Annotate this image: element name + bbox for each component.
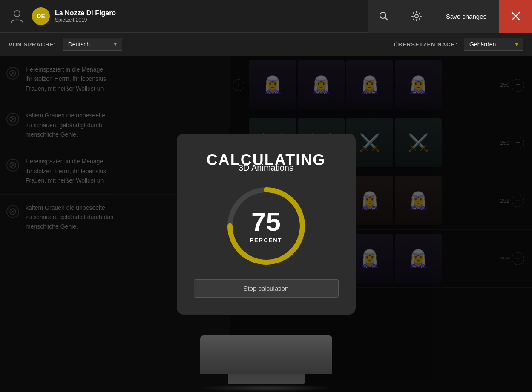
progress-ring: 75 PERCENT xyxy=(224,183,309,269)
search-button[interactable] xyxy=(368,0,400,33)
to-language-select[interactable]: Gebärden English xyxy=(464,38,523,51)
main-content: Hereinspaziert in die Menage ihr stolzen… xyxy=(0,56,532,392)
calculating-modal: CALCULATING 3D Animations 75 PERCENT Sto… xyxy=(177,134,356,314)
header-left: DE La Nozze Di Figaro Spielzeit 2019 xyxy=(0,7,368,25)
to-language-select-wrapper: Gebärden English ▼ xyxy=(464,38,523,51)
user-icon xyxy=(9,8,26,25)
svg-line-2 xyxy=(385,17,388,20)
project-subtitle: Spielzeit 2019 xyxy=(55,17,116,23)
svg-point-3 xyxy=(415,14,418,18)
progress-number: 75 xyxy=(250,209,282,235)
progress-text: 75 PERCENT xyxy=(250,209,282,243)
stop-calculation-button[interactable]: Stop calculation xyxy=(194,279,339,298)
save-button[interactable]: Save changes xyxy=(433,0,499,33)
settings-button[interactable] xyxy=(400,0,433,33)
from-language-select[interactable]: Deutsch English xyxy=(63,38,122,51)
from-language-label: VON SPRACHE: xyxy=(9,41,56,48)
avatar: DE xyxy=(32,7,50,25)
close-button[interactable] xyxy=(499,0,532,33)
header-title: La Nozze Di Figaro Spielzeit 2019 xyxy=(55,9,116,23)
app-header: DE La Nozze Di Figaro Spielzeit 2019 Sav… xyxy=(0,0,532,33)
modal-header: CALCULATING 3D Animations xyxy=(207,151,325,172)
project-title: La Nozze Di Figaro xyxy=(55,9,116,17)
toolbar: VON SPRACHE: Deutsch English ▼ ÜBERSETZE… xyxy=(0,33,532,56)
svg-point-0 xyxy=(14,11,20,17)
to-language-label: ÜBERSETZEN NACH: xyxy=(394,41,457,48)
progress-label: PERCENT xyxy=(250,237,282,243)
modal-overlay: CALCULATING 3D Animations 75 PERCENT Sto… xyxy=(0,56,532,392)
header-right: Save changes xyxy=(368,0,532,33)
from-language-select-wrapper: Deutsch English ▼ xyxy=(63,38,122,51)
